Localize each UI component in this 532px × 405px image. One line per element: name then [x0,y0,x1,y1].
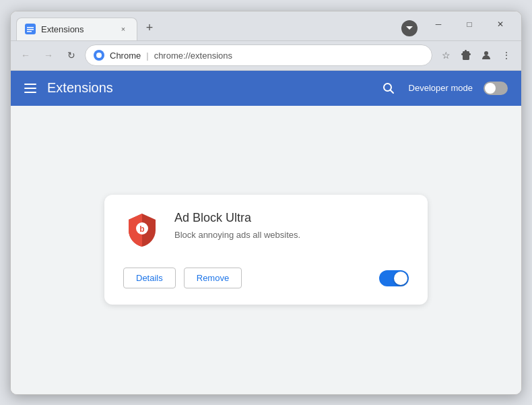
extension-info: Ad Block Ultra Block annoying ads all we… [174,211,409,241]
back-button[interactable]: ← [16,46,35,65]
extensions-page-title: Extensions [47,80,368,96]
card-actions: Details Remove [123,268,409,288]
forward-button[interactable]: → [39,46,58,65]
maximize-button[interactable]: □ [454,13,485,35]
extension-description: Block annoying ads all websites. [174,229,409,241]
new-tab-button[interactable]: + [140,19,159,38]
search-button[interactable] [379,79,398,98]
address-site: Chrome [110,51,141,61]
extensions-header: Extensions Developer mode [11,71,521,106]
svg-text:b: b [139,224,144,234]
tab-title: Extensions [41,24,112,34]
reload-button[interactable]: ↻ [62,46,81,65]
window-controls: ─ □ ✕ [423,13,516,35]
browser-window: Extensions × + ─ □ ✕ ← → ↻ Chrome | [10,11,522,395]
developer-mode-toggle[interactable] [484,82,508,95]
svg-marker-1 [406,26,413,30]
tab-close-btn[interactable]: × [118,24,129,34]
extensions-button[interactable] [457,46,475,65]
address-url: chrome://extensions [154,51,232,61]
developer-mode-label: Developer mode [409,83,473,93]
remove-button[interactable]: Remove [184,268,242,288]
extension-name: Ad Block Ultra [174,211,409,225]
tab-favicon [25,24,36,34]
svg-point-2 [484,51,488,55]
active-tab[interactable]: Extensions × [16,18,137,40]
toolbar-icons: ☆ ⋮ [436,46,516,65]
title-bar: Extensions × + ─ □ ✕ [11,11,521,41]
details-button[interactable]: Details [123,268,176,288]
bookmark-button[interactable]: ☆ [436,46,455,65]
card-header: b Ad Block Ultra Block annoying ads all … [123,211,409,249]
chrome-menu-button[interactable]: ⋮ [497,46,516,65]
hamburger-line-2 [24,88,36,89]
tab-strip: Extensions × + [16,18,401,40]
profile-button[interactable] [477,46,496,65]
svg-line-4 [390,90,393,93]
extension-card: b Ad Block Ultra Block annoying ads all … [104,195,428,305]
navigation-toolbar: ← → ↻ Chrome | chrome://extensions ☆ ⋮ [11,41,521,71]
hamburger-line-3 [24,92,36,93]
hamburger-line-1 [24,84,36,85]
extension-enable-toggle[interactable] [379,270,409,286]
profile-dropdown[interactable] [401,20,418,36]
address-bar[interactable]: Chrome | chrome://extensions [85,44,432,66]
close-button[interactable]: ✕ [485,13,516,35]
site-icon [94,50,104,61]
content-area: risa.com b Ad Block Ultra Block annoying… [11,106,521,394]
minimize-button[interactable]: ─ [423,13,454,35]
extension-icon: b [123,211,161,249]
hamburger-menu[interactable] [24,84,36,93]
address-separator: | [146,51,148,61]
